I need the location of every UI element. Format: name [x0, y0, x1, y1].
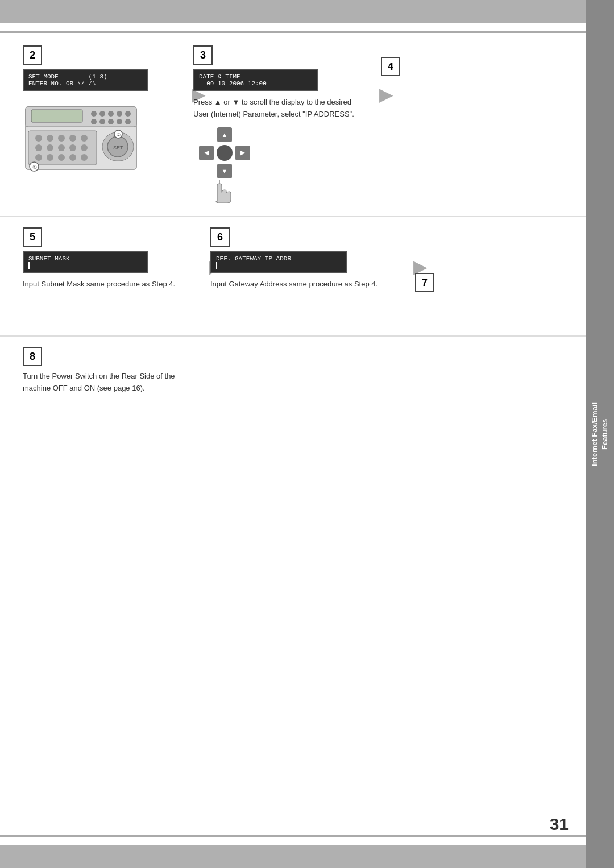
svg-point-14 [35, 135, 42, 142]
nav-center-btn [217, 145, 233, 161]
step2-lcd-line1: SET MODE (1-8) [28, 73, 142, 80]
svg-point-28 [81, 154, 88, 161]
svg-text:②: ② [117, 132, 121, 138]
svg-point-6 [117, 111, 122, 117]
svg-point-4 [99, 111, 105, 117]
step2-lcd: SET MODE (1-8) ENTER NO. OR \/ /\ [23, 69, 148, 91]
nav-down-btn: ▼ [217, 164, 232, 178]
step7-number: 7 [415, 273, 434, 292]
steps-row-1: 2 SET MODE (1-8) ENTER NO. OR \/ /\ [23, 45, 400, 206]
svg-text:①: ① [32, 164, 37, 170]
svg-point-7 [125, 111, 131, 117]
step4-container: 4 [381, 57, 400, 76]
step2-number: 2 [23, 45, 42, 65]
svg-point-22 [69, 144, 76, 151]
step3-container: 3 DATE & TIME 09-10-2006 12:00 Press ▲ o… [193, 45, 370, 206]
svg-point-8 [91, 119, 97, 124]
step3-description: Press ▲ or ▼ to scroll the display to th… [193, 97, 358, 121]
svg-point-3 [91, 111, 97, 117]
steps-row-2: 5 SUBNET MASK Input Subnet Mask same pro… [23, 227, 434, 292]
bottom-separator [0, 835, 586, 837]
svg-point-9 [99, 119, 105, 124]
svg-text:SET: SET [113, 145, 123, 151]
step3-number: 3 [193, 45, 213, 65]
step8-number: 8 [23, 347, 42, 366]
step6-number: 6 [210, 227, 230, 247]
top-separator [0, 31, 586, 33]
step5-lcd-line2 [28, 262, 142, 269]
step6-lcd-line2 [216, 262, 341, 269]
step6-lcd-line1: DEF. GATEWAY IP ADDR [216, 255, 341, 262]
nav-button-illustration: ▲ ◀ ▶ ▼ [199, 127, 250, 178]
svg-point-12 [125, 119, 131, 124]
svg-point-20 [47, 144, 53, 151]
section-divider-2 [0, 335, 586, 337]
step3-lcd-line2: 09-10-2006 12:00 [199, 80, 313, 87]
section-divider-1 [0, 216, 586, 217]
svg-point-26 [58, 154, 65, 161]
svg-rect-2 [31, 110, 82, 122]
svg-point-15 [47, 135, 53, 142]
arrow-step3-to-step4: ▶ [379, 85, 393, 103]
svg-point-11 [117, 119, 122, 124]
svg-point-24 [35, 154, 42, 161]
svg-point-23 [81, 144, 88, 151]
step5-lcd-line1: SUBNET MASK [28, 255, 142, 262]
step6-lcd: DEF. GATEWAY IP ADDR [210, 251, 347, 273]
fax-machine-illustration: SET ① ② [23, 95, 142, 175]
svg-point-21 [58, 144, 65, 151]
top-bar [0, 0, 586, 23]
nav-right-btn: ▶ [235, 146, 250, 160]
page-number: 31 [550, 815, 569, 834]
step5-number: 5 [23, 227, 42, 247]
svg-point-5 [108, 111, 114, 117]
svg-point-16 [58, 135, 65, 142]
step2-lcd-line2: ENTER NO. OR \/ /\ [28, 80, 142, 87]
step2-container: 2 SET MODE (1-8) ENTER NO. OR \/ /\ [23, 45, 182, 177]
svg-point-10 [108, 119, 114, 124]
svg-point-25 [47, 154, 53, 161]
svg-point-19 [35, 144, 42, 151]
step5-container: 5 SUBNET MASK Input Subnet Mask same pro… [23, 227, 199, 290]
steps-row-3: 8 Turn the Power Switch on the Rear Side… [23, 347, 182, 394]
bottom-bar [0, 845, 586, 868]
svg-point-18 [81, 135, 88, 142]
sidebar-label: Internet Fax/Email Features [590, 402, 610, 466]
right-sidebar: Internet Fax/Email Features [586, 0, 614, 868]
step6-description: Input Gateway Address same procedure as … [210, 279, 404, 290]
step8-description: Turn the Power Switch on the Rear Side o… [23, 371, 182, 394]
step5-description: Input Subnet Mask same procedure as Step… [23, 279, 199, 290]
svg-point-17 [69, 135, 76, 142]
step7-container: 7 [415, 273, 434, 292]
nav-up-btn: ▲ [217, 127, 232, 142]
hand-cursor-icon [206, 176, 234, 204]
step5-lcd: SUBNET MASK [23, 251, 148, 273]
step8-container: 8 Turn the Power Switch on the Rear Side… [23, 347, 182, 394]
step4-number: 4 [381, 57, 400, 76]
step3-lcd-line1: DATE & TIME [199, 73, 313, 80]
step3-lcd: DATE & TIME 09-10-2006 12:00 [193, 69, 318, 91]
svg-point-27 [69, 154, 76, 161]
nav-left-btn: ◀ [199, 146, 214, 160]
step6-container: 6 DEF. GATEWAY IP ADDR Input Gateway Add… [210, 227, 404, 290]
